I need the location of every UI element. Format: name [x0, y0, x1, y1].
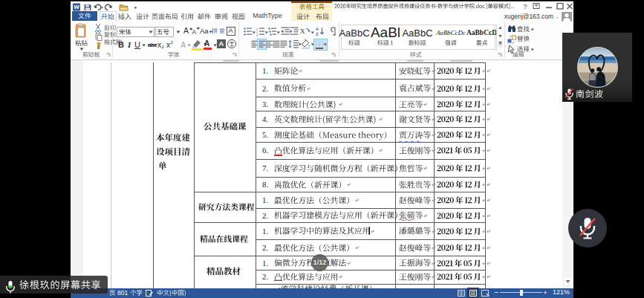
- svg-text:?: ?: [523, 2, 527, 10]
- svg-text:A: A: [316, 27, 319, 31]
- svg-text:Z: Z: [316, 32, 319, 36]
- svg-text:W: W: [74, 4, 79, 10]
- svg-text:X: X: [300, 27, 305, 35]
- svg-text:3: 3: [256, 34, 258, 37]
